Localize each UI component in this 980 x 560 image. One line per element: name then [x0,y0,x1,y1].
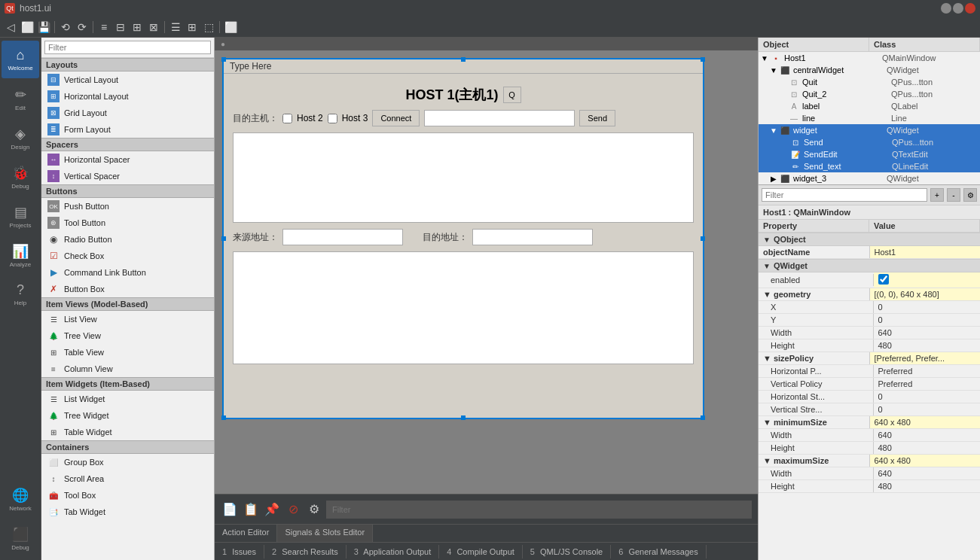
toolbar-btn-4[interactable]: ⊟ [113,20,128,35]
prop-row-vpolicy[interactable]: Vertical Policy Preferred [759,378,980,391]
toolbar-btn-6[interactable]: ⊠ [146,20,161,35]
sidebar-item-debug[interactable]: 🐞 Debug [2,158,39,196]
obj-row-sendtext[interactable]: ✏ Send_text QLineEdit [759,160,980,172]
prop-row-maxwidth[interactable]: Width 640 [759,467,980,480]
category-item-widgets[interactable]: Item Widgets (Item-Based) [41,377,214,391]
top-text-area[interactable] [233,132,694,223]
obj-row-centralwidget[interactable]: ▼ ⬛ centralWidget QWidget [759,64,980,76]
widget-list-view[interactable]: ☰ List View [41,311,214,327]
canvas-btn-new[interactable]: 📄 [221,501,239,519]
prop-row-y[interactable]: Y 0 [759,314,980,327]
canvas-filter-input[interactable] [326,501,752,519]
prop-val-hpolicy[interactable]: Preferred [874,365,981,377]
host3-checkbox[interactable] [328,114,337,123]
prop-val-maxwidth[interactable]: 640 [874,467,981,479]
widget-command-link[interactable]: ▶ Command Link Button [41,264,214,281]
prop-row-hstretch[interactable]: Horizontal St... 0 [759,391,980,403]
action-editor-tab[interactable]: Action Editor [215,525,277,542]
send-button[interactable]: Send [579,110,615,126]
widget-vertical-layout[interactable]: ⊟ Vertical Layout [41,72,214,88]
obj-row-host1[interactable]: ▼ ▪ Host1 QMainWindow [759,52,980,64]
obj-row-quit[interactable]: ⊡ Quit QPus...tton [759,76,980,88]
widget-push-button[interactable]: OK Push Button [41,198,214,215]
toolbar-new[interactable]: ◁ [3,20,18,35]
widget-table-widget[interactable]: ⊞ Table Widget [41,424,214,440]
prop-filter-btn-settings[interactable]: ⚙ [963,188,977,202]
obj-row-widget[interactable]: ▼ ⬛ widget QWidget [759,124,980,136]
prop-row-sizepolicy[interactable]: ▼ sizePolicy [Preferred, Prefer... [759,352,980,365]
design-canvas[interactable]: Type Here HOST 1(主机1) Q 目的主机： [222,58,704,419]
widget-form-layout[interactable]: ≣ Form Layout [41,121,214,138]
host2-checkbox[interactable] [282,114,292,123]
widget-horizontal-spacer[interactable]: ↔ Horizontal Spacer [41,151,214,168]
widget-tree-widget[interactable]: 🌲 Tree Widget [41,407,214,424]
canvas-btn-settings[interactable]: ⚙ [305,501,323,519]
prop-section-qobject[interactable]: ▼ QObject [759,233,980,246]
prop-row-maxheight[interactable]: Height 480 [759,480,980,493]
prop-val-minheight[interactable]: 480 [874,442,981,454]
canvas-wrapper[interactable]: Type Here HOST 1(主机1) Q 目的主机： [215,50,758,494]
prop-val-geometry[interactable]: [(0, 0), 640 x 480] [870,288,981,300]
widget-group-box[interactable]: ⬜ Group Box [41,454,214,470]
sidebar-item-projects[interactable]: ▤ Projects [2,197,39,235]
tab-issues[interactable]: 1 Issues [215,545,264,558]
sidebar-item-debug2[interactable]: ⬛ Debug [2,519,39,557]
prop-val-height[interactable]: 480 [874,339,981,352]
category-item-views[interactable]: Item Views (Model-Based) [41,297,214,311]
canvas-btn-paste[interactable]: 📌 [263,501,281,519]
prop-row-objectname[interactable]: objectName Host1 [759,246,980,259]
widget-table-view[interactable]: ⊞ Table View [41,344,214,361]
category-containers[interactable]: Containers [41,440,214,454]
widget-button-box[interactable]: ✗ Button Box [41,281,214,297]
prop-row-minwidth[interactable]: Width 640 [759,429,980,442]
tab-compile-output[interactable]: 4 Compile Output [439,545,523,558]
dst-address-input[interactable] [472,229,593,245]
widget-tab-widget[interactable]: 📑 Tab Widget [41,504,214,520]
sidebar-item-design[interactable]: ◈ Design [2,119,39,157]
category-spacers[interactable]: Spacers [41,138,214,151]
widget-list-widget[interactable]: ☰ List Widget [41,391,214,407]
prop-val-minwidth[interactable]: 640 [874,429,981,441]
toolbar-btn-7[interactable]: ☰ [168,20,183,35]
widget-radio-button[interactable]: ◉ Radio Button [41,231,214,248]
prop-row-minsize[interactable]: ▼ minimumSize 640 x 480 [759,416,980,429]
prop-table[interactable]: ▼ QObject objectName Host1 ▼ QWidget ena… [759,233,980,560]
sidebar-item-help[interactable]: ? Help [2,275,39,313]
widget-scroll-area[interactable]: ↕ Scroll Area [41,470,214,487]
bottom-text-area[interactable] [233,251,694,364]
widget-tool-box[interactable]: 🧰 Tool Box [41,487,214,504]
prop-row-vstretch[interactable]: Vertical Stre... 0 [759,403,980,416]
prop-val-hstretch[interactable]: 0 [874,391,981,403]
obj-row-send[interactable]: ⊡ Send QPus...tton [759,136,980,148]
obj-row-label[interactable]: A label QLabel [759,100,980,112]
prop-section-qwidget[interactable]: ▼ QWidget [759,259,980,272]
sidebar-item-network[interactable]: 🌐 Network [2,480,39,518]
widget-tree-view[interactable]: 🌲 Tree View [41,327,214,344]
toolbar-btn-1[interactable]: ⟲ [58,20,73,35]
prop-row-x[interactable]: X 0 [759,301,980,314]
toolbar-btn-5[interactable]: ⊞ [130,20,145,35]
close-button[interactable] [965,3,975,14]
signals-slots-editor-tab[interactable]: Signals & Slots Editor [277,525,373,542]
tab-general-messages[interactable]: 6 General Messages [611,545,707,558]
prop-val-width[interactable]: 640 [874,327,981,339]
prop-val-maxheight[interactable]: 480 [874,480,981,492]
prop-filter-btn-plus[interactable]: + [930,188,944,202]
send-input[interactable] [424,110,575,126]
obj-row-widget3[interactable]: ▶ ⬛ widget_3 QWidget [759,172,980,184]
prop-val-maxsize[interactable]: 640 x 480 [870,455,981,467]
minimize-button[interactable] [941,3,951,14]
prop-filter-btn-minus[interactable]: - [947,188,960,202]
maximize-button[interactable] [953,3,963,14]
prop-row-enabled[interactable]: enabled [759,272,980,288]
toolbar-btn-2[interactable]: ⟳ [75,20,90,35]
toolbar-save[interactable]: 💾 [36,20,51,35]
prop-val-objectname[interactable]: Host1 [870,246,981,258]
prop-val-vstretch[interactable]: 0 [874,403,981,415]
prop-row-height[interactable]: Height 480 [759,339,980,352]
prop-val-minsize[interactable]: 640 x 480 [870,416,981,428]
obj-row-quit2[interactable]: ⊡ Quit_2 QPus...tton [759,88,980,100]
prop-val-enabled[interactable] [874,272,981,288]
sidebar-item-welcome[interactable]: ⌂ Welcome [2,41,39,78]
prop-row-minheight[interactable]: Height 480 [759,442,980,455]
